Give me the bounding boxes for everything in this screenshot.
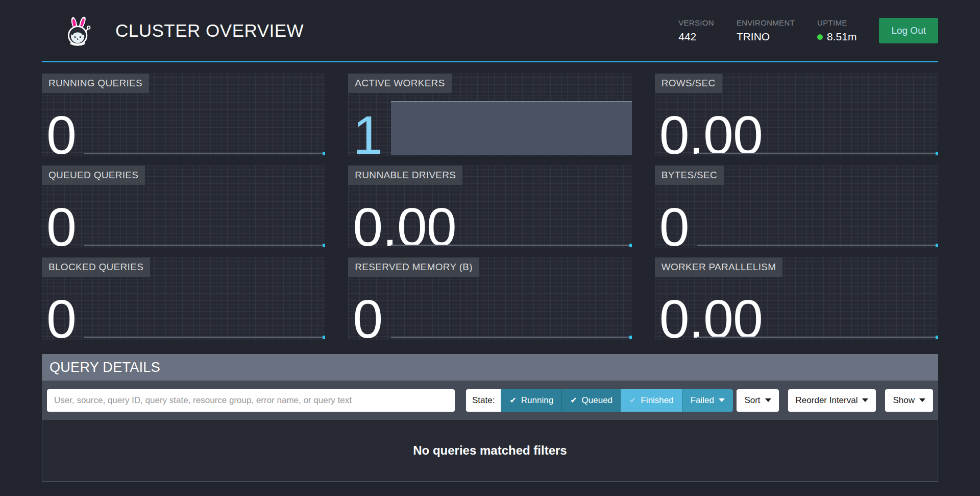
- page-content: CLUSTER OVERVIEW VERSION 442 ENVIRONMENT…: [42, 0, 938, 482]
- metric-label: ACTIVE WORKERS: [348, 74, 451, 93]
- page-title: CLUSTER OVERVIEW: [115, 20, 304, 41]
- state-filter-failed-label: Failed: [691, 395, 714, 406]
- chevron-down-icon: [919, 398, 925, 402]
- query-filter-toolbar: State: ✔ Running ✔ Queued ✔ Finished Fai…: [42, 381, 938, 420]
- state-filter-failed-dropdown[interactable]: Failed: [682, 389, 733, 412]
- uptime-value-row: 8.51m: [817, 31, 856, 43]
- metric-label: QUEUED QUERIES: [42, 166, 145, 185]
- state-filter-running-label: Running: [521, 395, 553, 406]
- check-icon: ✔: [509, 395, 516, 405]
- version-label: VERSION: [678, 18, 714, 27]
- version-stat: VERSION 442: [678, 18, 714, 43]
- sparkline-endpoint-dot: [629, 336, 632, 339]
- sparkline-chart: [391, 337, 631, 338]
- check-icon: ✔: [570, 395, 577, 405]
- environment-stat: ENVIRONMENT TRINO: [737, 18, 795, 43]
- state-filter-finished[interactable]: ✔ Finished: [621, 389, 682, 412]
- show-dropdown-button[interactable]: Show: [885, 389, 933, 412]
- metric-value: 1: [353, 113, 382, 156]
- sort-button-label: Sort: [744, 395, 760, 406]
- app-header: CLUSTER OVERVIEW VERSION 442 ENVIRONMENT…: [42, 0, 938, 62]
- chevron-down-icon: [862, 398, 868, 402]
- sparkline-endpoint-dot: [936, 336, 938, 339]
- sparkline-endpoint-dot: [629, 244, 632, 247]
- state-filter-group: State: ✔ Running ✔ Queued ✔ Finished Fai…: [466, 389, 733, 412]
- metric-label: RUNNING QUERIES: [42, 74, 149, 93]
- uptime-label: UPTIME: [817, 18, 856, 27]
- metric-value: 0: [659, 205, 689, 248]
- metric-card-reserved-memory: RESERVED MEMORY (B) 0: [348, 257, 631, 340]
- metric-card-worker-parallelism: WORKER PARALLELISM 0.00: [655, 257, 938, 340]
- state-filter-running[interactable]: ✔ Running: [501, 389, 561, 412]
- sparkline-chart: [84, 337, 324, 338]
- metric-label: RESERVED MEMORY (B): [348, 257, 479, 277]
- sparkline-endpoint-dot: [323, 152, 325, 155]
- metric-value: 0: [46, 297, 76, 340]
- sparkline-chart: [391, 245, 631, 246]
- sparkline-endpoint-dot: [323, 336, 325, 339]
- reorder-interval-dropdown-button[interactable]: Reorder Interval: [788, 389, 876, 412]
- metric-label: RUNNABLE DRIVERS: [348, 166, 462, 185]
- query-search-input[interactable]: [47, 389, 455, 412]
- state-filter-queued[interactable]: ✔ Queued: [561, 389, 621, 412]
- header-right: VERSION 442 ENVIRONMENT TRINO UPTIME 8.5…: [678, 18, 938, 43]
- sparkline-area-chart: [391, 101, 632, 155]
- metric-card-bytes-per-sec: BYTES/SEC 0: [655, 166, 938, 248]
- metric-value: 0: [353, 297, 382, 340]
- logout-button[interactable]: Log Out: [879, 18, 938, 43]
- query-details-title: QUERY DETAILS: [50, 360, 160, 375]
- metric-label: BLOCKED QUERIES: [42, 257, 150, 277]
- metric-card-rows-per-sec: ROWS/SEC 0.00: [655, 74, 938, 156]
- reorder-interval-button-label: Reorder Interval: [796, 395, 858, 406]
- empty-state-message: No queries matched filters: [413, 443, 567, 458]
- environment-label: ENVIRONMENT: [737, 18, 795, 27]
- state-filter-finished-label: Finished: [641, 395, 673, 406]
- metric-value: 0: [46, 205, 76, 248]
- chevron-down-icon: [719, 398, 725, 402]
- check-icon: ✔: [629, 395, 636, 405]
- sparkline-endpoint-dot: [936, 152, 938, 155]
- metric-label: WORKER PARALLELISM: [655, 257, 783, 277]
- show-button-label: Show: [893, 395, 915, 406]
- metric-card-running-queries: RUNNING QUERIES 0: [42, 74, 325, 156]
- sparkline-endpoint-dot: [936, 244, 938, 247]
- sparkline-chart: [697, 337, 937, 338]
- sparkline-chart: [84, 245, 324, 246]
- metric-value: 0.00: [353, 205, 456, 248]
- sort-dropdown-button[interactable]: Sort: [737, 389, 778, 412]
- chevron-down-icon: [765, 398, 771, 402]
- metric-card-blocked-queries: BLOCKED QUERIES 0: [42, 257, 325, 340]
- state-filter-queued-label: Queued: [582, 395, 613, 406]
- query-details-header: QUERY DETAILS: [42, 354, 938, 381]
- uptime-value: 8.51m: [827, 31, 856, 43]
- metric-card-active-workers: ACTIVE WORKERS 1: [348, 74, 631, 156]
- uptime-status-dot-icon: [817, 34, 823, 40]
- metric-card-runnable-drivers: RUNNABLE DRIVERS 0.00: [348, 166, 631, 248]
- query-list-empty-panel: No queries matched filters: [42, 420, 938, 482]
- sparkline-chart: [697, 153, 937, 154]
- metric-value: 0.00: [659, 113, 763, 156]
- metric-label: BYTES/SEC: [655, 166, 724, 185]
- metrics-grid: RUNNING QUERIES 0 ACTIVE WORKERS 1 ROWS/…: [42, 74, 938, 340]
- sparkline-endpoint-dot: [323, 244, 325, 247]
- sparkline-chart: [697, 245, 937, 246]
- trino-bunny-logo-icon: [64, 15, 93, 46]
- state-filter-label: State:: [466, 389, 501, 412]
- sparkline-chart: [84, 153, 324, 154]
- metric-card-queued-queries: QUEUED QUERIES 0: [42, 166, 325, 248]
- environment-value: TRINO: [737, 31, 795, 43]
- metric-label: ROWS/SEC: [655, 74, 722, 93]
- metric-value: 0: [46, 113, 76, 156]
- version-value: 442: [678, 31, 714, 43]
- metric-value: 0.00: [659, 297, 763, 340]
- uptime-stat: UPTIME 8.51m: [817, 18, 856, 43]
